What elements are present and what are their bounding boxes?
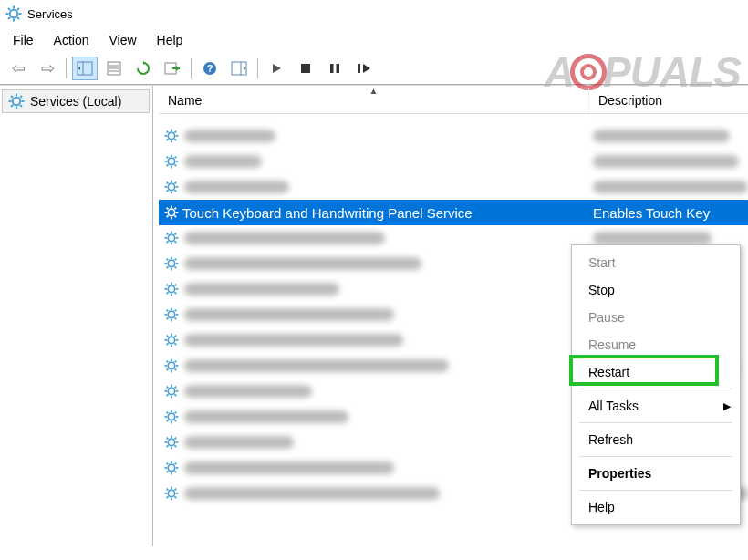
service-name-blurred <box>184 461 394 474</box>
service-row-selected[interactable]: Touch Keyboard and Handwriting Panel Ser… <box>159 200 748 225</box>
service-restart-button[interactable] <box>351 57 377 80</box>
action-pane-button[interactable] <box>226 57 252 80</box>
column-headers: Name ▲ Description <box>159 88 748 114</box>
service-name-blurred <box>184 257 421 270</box>
tree-root-label: Services (Local) <box>30 94 121 109</box>
context-menu-properties[interactable]: Properties <box>572 460 740 487</box>
service-gear-icon <box>164 384 182 399</box>
properties-button[interactable] <box>101 57 127 80</box>
service-description-blurred <box>593 130 730 142</box>
service-row[interactable] <box>159 123 748 149</box>
left-tree-pane: Services (Local) <box>0 86 153 546</box>
tree-services-local[interactable]: Services (Local) <box>2 89 150 113</box>
svg-marker-33 <box>273 64 281 73</box>
col-header-name[interactable]: Name ▲ <box>159 88 589 113</box>
service-name-blurred <box>184 130 275 142</box>
context-menu-help[interactable]: Help <box>572 493 740 521</box>
context-menu-pause: Pause <box>572 304 740 331</box>
titlebar: Services <box>0 0 748 29</box>
menu-help[interactable]: Help <box>157 33 183 47</box>
export-button[interactable] <box>160 57 185 80</box>
service-name-blurred <box>184 308 394 321</box>
nav-back-button: ⇦ <box>5 57 31 80</box>
app-gear-icon <box>5 5 22 22</box>
context-menu-separator <box>579 422 732 423</box>
menu-action[interactable]: Action <box>54 33 89 47</box>
service-name: Touch Keyboard and Handwriting Panel Ser… <box>182 205 473 221</box>
context-menu: StartStopPauseResumeRestartAll Tasks▶Ref… <box>571 244 741 525</box>
context-menu-refresh[interactable]: Refresh <box>572 426 740 453</box>
sort-indicator-icon: ▲ <box>369 86 379 96</box>
svg-marker-32 <box>244 67 246 70</box>
service-row[interactable] <box>159 174 748 200</box>
svg-marker-20 <box>78 67 81 70</box>
refresh-button[interactable] <box>130 57 156 80</box>
service-gear-icon <box>164 205 182 220</box>
service-gear-icon <box>164 358 182 373</box>
service-name-blurred <box>184 181 289 193</box>
nav-forward-button: ⇨ <box>35 57 60 80</box>
service-name-blurred <box>184 410 348 423</box>
service-name-blurred <box>184 232 385 244</box>
show-hide-tree-button[interactable] <box>72 57 98 80</box>
context-menu-separator <box>579 490 732 491</box>
service-pause-button[interactable] <box>322 57 348 80</box>
service-row[interactable] <box>159 149 748 174</box>
toolbar-sep-2 <box>191 58 192 78</box>
service-gear-icon <box>164 154 182 169</box>
service-description-blurred <box>593 181 748 193</box>
service-name-blurred <box>184 283 339 296</box>
service-name-blurred <box>184 155 262 168</box>
menu-view[interactable]: View <box>109 33 136 47</box>
watermark-target-icon <box>570 54 607 90</box>
service-description-blurred <box>593 232 712 244</box>
svg-rect-35 <box>330 64 334 73</box>
service-name-blurred <box>184 487 440 500</box>
help-button[interactable]: ? <box>197 57 223 80</box>
toolbar-sep <box>66 58 67 78</box>
service-name-blurred <box>184 385 312 398</box>
service-gear-icon <box>164 129 182 143</box>
service-gear-icon <box>164 180 182 194</box>
service-stop-button[interactable] <box>293 57 318 80</box>
context-menu-stop[interactable]: Stop <box>572 276 740 304</box>
service-name-blurred <box>184 436 294 449</box>
window-title: Services <box>27 7 73 21</box>
chevron-right-icon: ▶ <box>723 400 731 412</box>
svg-rect-37 <box>358 64 360 73</box>
toolbar-sep-3 <box>257 58 258 78</box>
service-name-blurred <box>184 334 403 347</box>
svg-text:?: ? <box>207 63 213 74</box>
service-gear-icon <box>164 461 182 475</box>
service-description: Enables Touch Key <box>593 205 710 221</box>
service-gear-icon <box>164 256 182 271</box>
context-menu-restart[interactable]: Restart <box>572 358 740 386</box>
service-gear-icon <box>164 410 182 424</box>
service-name-blurred <box>184 359 449 372</box>
service-gear-icon <box>164 486 182 501</box>
svg-rect-36 <box>337 64 340 73</box>
svg-marker-38 <box>363 64 370 73</box>
service-start-button[interactable] <box>264 57 289 80</box>
service-gear-icon <box>164 282 182 296</box>
context-menu-separator <box>579 456 732 457</box>
context-menu-all-tasks[interactable]: All Tasks▶ <box>572 392 740 420</box>
service-gear-icon <box>164 307 182 322</box>
svg-marker-27 <box>176 66 180 71</box>
service-description-blurred <box>593 155 739 168</box>
service-gear-icon <box>164 231 182 245</box>
context-menu-resume: Resume <box>572 331 740 358</box>
svg-rect-34 <box>301 64 310 73</box>
service-gear-icon <box>164 333 182 347</box>
context-menu-separator <box>579 389 732 389</box>
menu-file[interactable]: File <box>13 33 34 47</box>
col-header-description[interactable]: Description <box>589 88 748 113</box>
context-menu-start: Start <box>572 249 740 276</box>
service-gear-icon <box>164 435 182 450</box>
